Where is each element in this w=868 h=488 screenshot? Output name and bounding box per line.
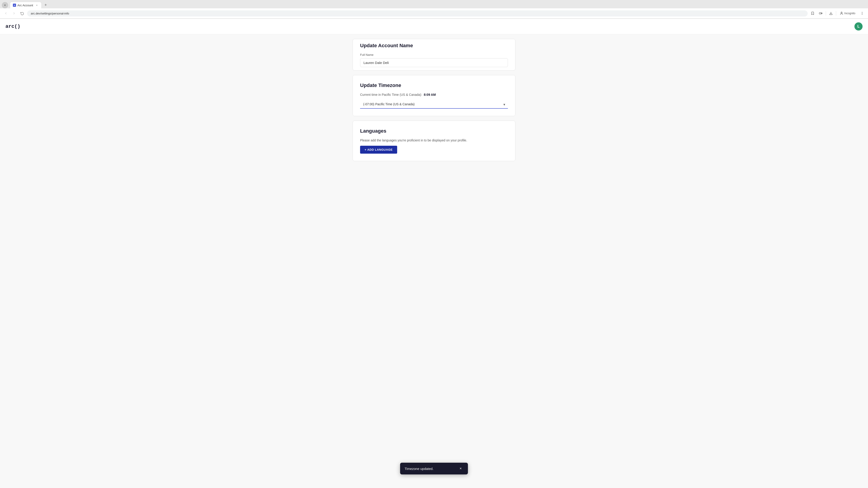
bookmark-icon: [811, 11, 814, 15]
avatar[interactable]: L: [855, 22, 863, 31]
update-timezone-card: Update Timezone Current time in Pacific …: [352, 75, 515, 116]
tab-favicon: A: [13, 4, 16, 7]
incognito-icon: [840, 11, 843, 15]
nav-right-controls: Incognito: [809, 10, 865, 17]
incognito-label: Incognito: [844, 12, 855, 15]
reload-button[interactable]: [19, 10, 25, 17]
page-content: Update Account Name Full Name Update Tim…: [348, 34, 520, 170]
update-name-card: Update Account Name Full Name: [352, 39, 515, 70]
forward-icon: [12, 11, 16, 15]
tab-switcher[interactable]: ▾: [2, 2, 8, 8]
svg-rect-0: [819, 13, 822, 14]
update-name-title: Update Account Name: [360, 43, 508, 48]
tab-bar: ▾ A Arc Account × +: [0, 0, 868, 8]
svg-point-4: [862, 13, 862, 13]
update-timezone-title: Update Timezone: [360, 83, 508, 88]
forward-button[interactable]: [11, 10, 17, 17]
active-tab[interactable]: A Arc Account ×: [10, 2, 41, 8]
timezone-select-wrapper: (-07:00) Pacific Time (US & Canada) (-08…: [360, 100, 508, 109]
timezone-description-prefix: Current time in Pacific Time (US & Canad…: [360, 93, 422, 96]
tab-close-button[interactable]: ×: [35, 3, 39, 7]
tab-title: Arc Account: [18, 4, 33, 7]
puzzle-icon: [819, 11, 823, 15]
address-bar[interactable]: arc.dev/settings/personal-info: [27, 10, 808, 17]
current-time: 8:09 AM: [424, 93, 436, 96]
add-language-button[interactable]: + ADD LANGUAGE: [360, 146, 397, 154]
back-button[interactable]: [3, 10, 9, 17]
timezone-description: Current time in Pacific Time (US & Canad…: [360, 93, 508, 96]
new-tab-button[interactable]: +: [42, 2, 49, 8]
incognito-button[interactable]: Incognito: [838, 11, 857, 16]
full-name-label: Full Name: [360, 53, 508, 57]
address-text: arc.dev/settings/personal-info: [31, 12, 804, 15]
more-button[interactable]: [859, 10, 865, 17]
reload-icon: [20, 11, 24, 15]
navigation-bar: arc.dev/settings/personal-info: [0, 8, 868, 19]
full-name-input[interactable]: [360, 58, 508, 67]
languages-description: Please add the languages you're proficie…: [360, 138, 508, 142]
languages-card: Languages Please add the languages you'r…: [352, 121, 515, 161]
svg-point-2: [841, 12, 842, 13]
page-header: arc() L: [0, 19, 868, 34]
download-button[interactable]: [828, 10, 834, 17]
svg-point-3: [862, 12, 862, 12]
site-logo: arc(): [5, 24, 20, 29]
extensions-button[interactable]: [817, 10, 824, 17]
languages-title: Languages: [360, 128, 508, 134]
bookmark-button[interactable]: [809, 10, 816, 17]
back-icon: [4, 11, 8, 15]
download-icon: [829, 11, 833, 15]
svg-point-5: [862, 14, 862, 14]
browser-chrome: ▾ A Arc Account × + arc.dev/settings/p: [0, 0, 868, 19]
more-icon: [860, 11, 864, 15]
timezone-select[interactable]: (-07:00) Pacific Time (US & Canada) (-08…: [360, 100, 508, 109]
